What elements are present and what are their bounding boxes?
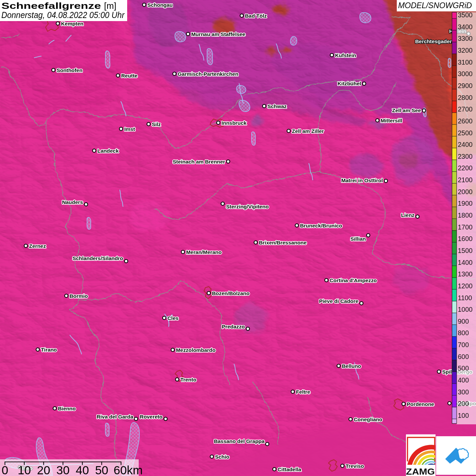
svg-text:Mezzolombardo: Mezzolombardo bbox=[176, 347, 216, 353]
svg-text:Feltre: Feltre bbox=[296, 389, 310, 395]
svg-text:Sterzing/Vipiteno: Sterzing/Vipiteno bbox=[226, 204, 269, 209]
svg-text:2900: 2900 bbox=[458, 82, 473, 89]
svg-text:Sillian: Sillian bbox=[351, 236, 366, 242]
svg-text:40: 40 bbox=[76, 463, 89, 476]
svg-text:Schio: Schio bbox=[215, 454, 230, 460]
svg-text:Mittersill: Mittersill bbox=[381, 118, 402, 123]
svg-text:Conegliano: Conegliano bbox=[354, 417, 382, 422]
svg-text:Schwaz: Schwaz bbox=[268, 103, 287, 109]
svg-text:Tirano: Tirano bbox=[41, 347, 57, 353]
svg-text:Belluno: Belluno bbox=[342, 363, 361, 369]
svg-text:Silz: Silz bbox=[152, 121, 161, 127]
svg-text:2500: 2500 bbox=[458, 129, 473, 137]
svg-text:3400: 3400 bbox=[458, 23, 473, 31]
svg-text:Cortina d'Ampezzo: Cortina d'Ampezzo bbox=[330, 277, 377, 283]
svg-text:1400: 1400 bbox=[458, 259, 473, 266]
svg-text:Bienno: Bienno bbox=[58, 406, 76, 411]
svg-text:2700: 2700 bbox=[458, 105, 473, 113]
svg-text:1600: 1600 bbox=[458, 235, 473, 242]
svg-text:10: 10 bbox=[18, 463, 31, 476]
svg-text:Imst: Imst bbox=[124, 126, 135, 132]
svg-text:1100: 1100 bbox=[458, 294, 472, 302]
svg-text:300: 300 bbox=[458, 388, 469, 396]
svg-text:Treviso: Treviso bbox=[346, 463, 364, 469]
svg-text:1500: 1500 bbox=[458, 247, 473, 254]
svg-text:Bruneck/Brunico: Bruneck/Brunico bbox=[300, 223, 342, 228]
svg-text:1300: 1300 bbox=[458, 270, 473, 278]
svg-text:Innsbruck: Innsbruck bbox=[222, 120, 247, 126]
svg-text:400: 400 bbox=[458, 376, 469, 384]
svg-text:Sonthofen: Sonthofen bbox=[57, 67, 83, 73]
svg-text:1000: 1000 bbox=[458, 306, 473, 313]
svg-text:Nauders: Nauders bbox=[62, 199, 83, 205]
svg-text:Zell am Ziller: Zell am Ziller bbox=[292, 128, 324, 134]
svg-text:Rovereto: Rovereto bbox=[140, 414, 163, 420]
svg-text:60km: 60km bbox=[114, 463, 143, 476]
svg-text:Steinach am Brenner: Steinach am Brenner bbox=[173, 159, 225, 165]
svg-text:Bozen/Bolzano: Bozen/Bolzano bbox=[212, 290, 250, 296]
svg-text:2200: 2200 bbox=[458, 164, 473, 172]
svg-text:3300: 3300 bbox=[458, 35, 473, 42]
svg-text:1900: 1900 bbox=[458, 200, 473, 207]
svg-text:2100: 2100 bbox=[458, 176, 473, 184]
svg-text:Pordenone: Pordenone bbox=[407, 401, 435, 407]
svg-text:Trento: Trento bbox=[181, 377, 197, 382]
svg-text:600: 600 bbox=[458, 353, 469, 360]
svg-text:Cittadella: Cittadella bbox=[278, 466, 302, 472]
svg-text:Schneefallgrenze: Schneefallgrenze bbox=[1, 1, 101, 11]
svg-text:Landeck: Landeck bbox=[98, 148, 119, 154]
svg-text:Garmisch-Partenkirchen: Garmisch-Partenkirchen bbox=[178, 71, 239, 77]
svg-text:3000: 3000 bbox=[458, 70, 473, 78]
svg-text:3200: 3200 bbox=[458, 47, 473, 54]
svg-text:Bad Tölz: Bad Tölz bbox=[245, 13, 267, 19]
svg-text:Reutte: Reutte bbox=[121, 73, 138, 79]
svg-text:30: 30 bbox=[56, 463, 70, 476]
svg-text:[m]: [m] bbox=[104, 1, 116, 11]
svg-text:1700: 1700 bbox=[458, 223, 473, 231]
svg-text:1200: 1200 bbox=[458, 282, 473, 290]
svg-text:Brixen/Bressanone: Brixen/Bressanone bbox=[259, 240, 307, 245]
svg-text:100: 100 bbox=[458, 412, 469, 419]
svg-text:ZAMG: ZAMG bbox=[406, 466, 435, 476]
svg-text:Kitzbühel: Kitzbühel bbox=[338, 81, 361, 86]
svg-text:20: 20 bbox=[37, 463, 50, 476]
svg-text:700: 700 bbox=[458, 341, 469, 348]
svg-text:Pieve di Cadore: Pieve di Cadore bbox=[319, 298, 359, 304]
svg-text:2600: 2600 bbox=[458, 117, 473, 125]
svg-text:Bassano del Grappa: Bassano del Grappa bbox=[214, 438, 265, 444]
svg-text:Bormio: Bormio bbox=[70, 293, 88, 299]
svg-text:900: 900 bbox=[458, 318, 469, 325]
svg-text:Murnau am Staffelsee: Murnau am Staffelsee bbox=[191, 31, 246, 37]
svg-text:Donnerstag, 04.08.2022 05:00 U: Donnerstag, 04.08.2022 05:00 Uhr bbox=[1, 10, 125, 20]
svg-text:Berchtesgaden: Berchtesgaden bbox=[415, 38, 453, 44]
svg-text:Meran/Merano: Meran/Merano bbox=[186, 249, 222, 255]
svg-text:2000: 2000 bbox=[458, 188, 473, 196]
svg-text:1800: 1800 bbox=[458, 211, 473, 219]
svg-text:Zernez: Zernez bbox=[29, 243, 46, 249]
svg-text:MODEL/SNOWGRiD: MODEL/SNOWGRiD bbox=[398, 1, 472, 10]
svg-text:200: 200 bbox=[458, 400, 469, 407]
svg-text:2400: 2400 bbox=[458, 141, 473, 148]
svg-text:Kempten: Kempten bbox=[61, 21, 84, 27]
svg-text:2800: 2800 bbox=[458, 94, 473, 101]
svg-text:0: 0 bbox=[2, 463, 8, 476]
svg-text:2300: 2300 bbox=[458, 153, 473, 160]
svg-text:500: 500 bbox=[458, 364, 469, 372]
svg-text:50: 50 bbox=[95, 463, 108, 476]
svg-text:800: 800 bbox=[458, 329, 469, 337]
svg-text:Matrei in Osttirol: Matrei in Osttirol bbox=[341, 177, 383, 183]
svg-text:3500: 3500 bbox=[458, 11, 473, 19]
svg-text:Cles: Cles bbox=[168, 315, 179, 321]
svg-text:Kufstein: Kufstein bbox=[335, 52, 356, 58]
svg-text:Predazzo: Predazzo bbox=[222, 324, 245, 329]
svg-text:Lienz: Lienz bbox=[401, 212, 415, 218]
svg-text:Schongau: Schongau bbox=[148, 2, 173, 8]
svg-text:Schlanders/Silandro: Schlanders/Silandro bbox=[72, 255, 123, 261]
svg-text:Riva del Garda: Riva del Garda bbox=[97, 414, 133, 420]
svg-text:3100: 3100 bbox=[458, 58, 473, 66]
svg-text:Zell am See: Zell am See bbox=[392, 107, 421, 113]
